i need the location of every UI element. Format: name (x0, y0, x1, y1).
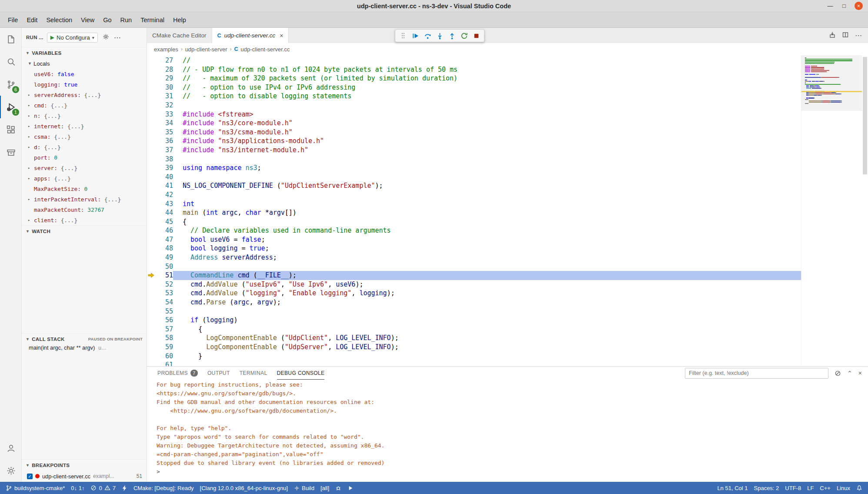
stop-icon[interactable] (471, 30, 481, 41)
glyph-margin[interactable] (147, 119, 156, 128)
glyph-margin[interactable] (147, 200, 156, 209)
sync-changes-item[interactable]: 0↓ 1↑ (68, 482, 87, 494)
start-debug-icon[interactable]: ▶ (50, 34, 54, 40)
extensions-icon[interactable] (0, 118, 21, 141)
build-button[interactable]: Build (291, 482, 317, 494)
variable-row[interactable]: ▸n: {...} (22, 110, 147, 121)
launch-config-dropdown[interactable]: ▶ No Configura ▾ (47, 33, 98, 43)
close-button[interactable]: × (855, 2, 863, 10)
glyph-margin[interactable] (147, 298, 156, 307)
restart-icon[interactable] (459, 30, 469, 41)
code-line-28[interactable]: 28// - UDP flow from n0 to n1 of 1024 by… (147, 65, 801, 74)
more-actions-icon[interactable]: ⋯ (114, 33, 121, 42)
editor-scrollbar[interactable] (862, 55, 868, 366)
breadcrumb-examples[interactable]: examples (154, 46, 178, 53)
menu-file[interactable]: File (3, 14, 22, 26)
line-number[interactable]: 61 (156, 360, 173, 366)
console-filter-input[interactable] (685, 368, 828, 379)
debug-current-line-arrow-icon[interactable] (147, 271, 156, 280)
code-line-50[interactable]: 50 (147, 262, 801, 271)
close-panel-icon[interactable]: × (858, 370, 862, 377)
code-line-54[interactable]: 54 cmd.Parse (argc, argv); (147, 298, 801, 307)
glyph-margin[interactable] (147, 325, 156, 334)
account-icon[interactable] (0, 437, 21, 459)
code-line-37[interactable]: 37#include "ns3/internet-module.h" (147, 146, 801, 155)
glyph-margin[interactable] (147, 217, 156, 227)
code-line-41[interactable]: 41NS_LOG_COMPONENT_DEFINE ("UdpClientSer… (147, 181, 801, 190)
line-number[interactable]: 28 (156, 65, 173, 74)
line-number[interactable]: 58 (156, 334, 173, 343)
line-number[interactable]: 32 (156, 101, 173, 110)
variable-row[interactable]: ▸apps: {...} (22, 173, 147, 184)
glyph-margin[interactable] (147, 164, 156, 173)
line-number[interactable]: 29 (156, 74, 173, 83)
menu-terminal[interactable]: Terminal (136, 14, 169, 26)
glyph-margin[interactable] (147, 74, 156, 83)
glyph-margin[interactable] (147, 65, 156, 74)
line-number[interactable]: 53 (156, 289, 173, 298)
code-line-59[interactable]: 59 LogComponentEnable ("UdpServer", LOG_… (147, 343, 801, 352)
line-number[interactable]: 59 (156, 343, 173, 352)
search-icon[interactable] (0, 50, 21, 73)
call-stack-section-header[interactable]: ▼ CALL STACK PAUSED ON BREAKPOINT (22, 333, 147, 344)
glyph-margin[interactable] (147, 360, 156, 366)
step-over-icon[interactable] (422, 30, 433, 41)
build-target-item[interactable]: [all] (317, 482, 332, 494)
line-number[interactable]: 51 (156, 271, 173, 280)
breakpoint-row[interactable]: ✓ udp-client-server.cc exampl... 51 (22, 471, 147, 482)
line-number[interactable]: 46 (156, 226, 173, 235)
line-number[interactable]: 31 (156, 92, 173, 101)
code-line-39[interactable]: 39using namespace ns3; (147, 164, 801, 173)
line-number[interactable]: 54 (156, 298, 173, 307)
line-number[interactable]: 27 (156, 56, 173, 65)
language-mode-item[interactable]: C++ (817, 482, 834, 494)
code-line-31[interactable]: 31// - option to disable logging stateme… (147, 92, 801, 101)
git-branch-item[interactable]: buildsystem-cmake* (3, 482, 68, 494)
menu-edit[interactable]: Edit (22, 14, 42, 26)
tab-output[interactable]: OUTPUT (207, 367, 230, 380)
menu-selection[interactable]: Selection (42, 14, 77, 26)
line-number[interactable]: 35 (156, 128, 173, 137)
minimap[interactable] (801, 55, 862, 366)
line-number[interactable]: 50 (156, 262, 173, 271)
scrollbar-thumb[interactable] (863, 57, 867, 174)
glyph-margin[interactable] (147, 316, 156, 325)
close-tab-icon[interactable]: × (280, 32, 283, 39)
code-line-55[interactable]: 55 (147, 307, 801, 316)
menu-view[interactable]: View (77, 14, 99, 26)
code-line-43[interactable]: 43int (147, 200, 801, 209)
line-number[interactable]: 37 (156, 146, 173, 155)
code-line-49[interactable]: 49 Address serverAddress; (147, 253, 801, 262)
variables-section-header[interactable]: ▼ VARIABLES (22, 47, 147, 58)
line-number[interactable]: 60 (156, 352, 173, 361)
cmake-status-item[interactable]: CMake: [Debug]: Ready (130, 482, 197, 494)
indentation-item[interactable]: Spaces: 2 (751, 482, 782, 494)
clear-console-icon[interactable] (835, 370, 841, 377)
line-number[interactable]: 30 (156, 83, 173, 92)
code-line-48[interactable]: 48 bool logging = true; (147, 244, 801, 253)
step-out-icon[interactable] (447, 30, 457, 41)
code-line-60[interactable]: 60 } (147, 352, 801, 361)
code-line-42[interactable]: 42 (147, 190, 801, 200)
console-prompt[interactable]: > (157, 467, 868, 476)
minimize-button[interactable]: — (827, 3, 834, 10)
glyph-margin[interactable] (147, 190, 156, 200)
line-number[interactable]: 40 (156, 173, 173, 182)
code-line-33[interactable]: 33#include <fstream> (147, 110, 801, 119)
code-line-27[interactable]: 27// (147, 56, 801, 65)
glyph-margin[interactable] (147, 155, 156, 164)
line-number[interactable]: 57 (156, 325, 173, 334)
glyph-margin[interactable] (147, 307, 156, 316)
tools-box-icon[interactable] (0, 141, 21, 164)
glyph-margin[interactable] (147, 146, 156, 155)
variable-row[interactable]: logging: true (22, 79, 147, 90)
line-number[interactable]: 45 (156, 217, 173, 227)
cmake-kit-item[interactable]: [Clang 12.0.0 x86_64-pc-linux-gnu] (197, 482, 291, 494)
variable-row[interactable]: ▸client: {...} (22, 215, 147, 225)
code-line-51[interactable]: 51 CommandLine cmd (__FILE__); (147, 271, 801, 280)
menu-go[interactable]: Go (99, 14, 116, 26)
locals-scope[interactable]: ▼ Locals (22, 58, 147, 69)
variable-row[interactable]: ▸d: {...} (22, 142, 147, 152)
eol-item[interactable]: LF (804, 482, 817, 494)
configure-gear-icon[interactable] (102, 33, 110, 42)
